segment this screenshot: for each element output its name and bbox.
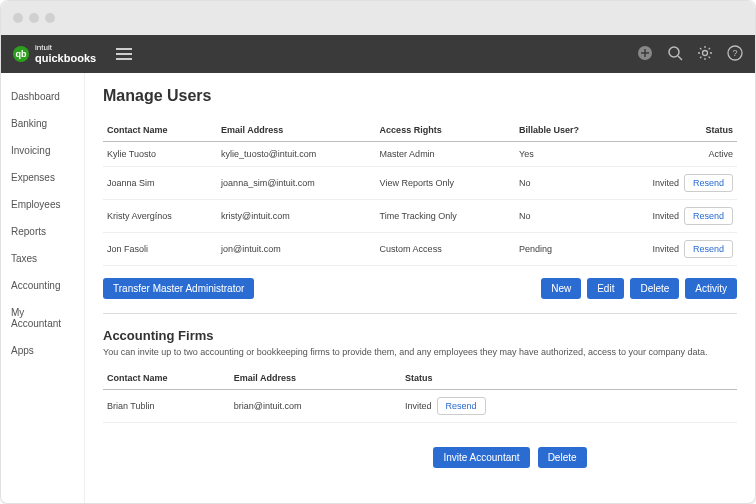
firm-col-email: Email Address [230,367,401,390]
table-row[interactable]: Joanna Simjoanna_sim@intuit.comView Repo… [103,167,737,200]
table-row[interactable]: Kristy Avergínoskristy@intuit.comTime Tr… [103,200,737,233]
cell-email: brian@intuit.com [230,390,401,423]
accounting-firms-title: Accounting Firms [103,328,737,343]
cell-email: joanna_sim@intuit.com [217,167,376,200]
delete-button[interactable]: Delete [630,278,679,299]
cell-billable: No [515,167,597,200]
main-content: Manage Users Contact Name Email Address … [85,73,755,503]
cell-billable: Pending [515,233,597,266]
cell-email: kristy@intuit.com [217,200,376,233]
help-icon[interactable]: ? [727,45,743,64]
resend-button[interactable]: Resend [684,174,733,192]
resend-button[interactable]: Resend [684,207,733,225]
gear-icon[interactable] [697,45,713,64]
window-dot [45,13,55,23]
cell-rights: Custom Access [376,233,515,266]
status-text: Invited [652,244,679,254]
cell-name: Joanna Sim [103,167,217,200]
brand-text: intuit quickbooks [35,44,96,64]
resend-button[interactable]: Resend [437,397,486,415]
sidebar-item-my-accountant[interactable]: My Accountant [1,299,84,337]
new-button[interactable]: New [541,278,581,299]
quickbooks-logo-icon: qb [13,46,29,62]
sidebar-item-dashboard[interactable]: Dashboard [1,83,84,110]
svg-point-1 [669,47,679,57]
firm-col-name: Contact Name [103,367,230,390]
cell-status: Invited Resend [597,200,737,233]
sidebar-item-reports[interactable]: Reports [1,218,84,245]
cell-status: Invited Resend [597,167,737,200]
cell-name: Kylie Tuosto [103,142,217,167]
col-billable: Billable User? [515,119,597,142]
firm-col-status: Status [401,367,737,390]
top-bar: qb intuit quickbooks ? [1,35,755,73]
col-access-rights: Access Rights [376,119,515,142]
sidebar-item-employees[interactable]: Employees [1,191,84,218]
cell-status: Active [597,142,737,167]
sidebar-item-apps[interactable]: Apps [1,337,84,364]
add-icon[interactable] [637,45,653,64]
accounting-firms-desc: You can invite up to two accounting or b… [103,347,737,357]
page-title: Manage Users [103,87,737,105]
col-contact-name: Contact Name [103,119,217,142]
invite-accountant-button[interactable]: Invite Accountant [433,447,529,468]
cell-billable: No [515,200,597,233]
cell-email: kylie_tuosto@intuit.com [217,142,376,167]
table-row[interactable]: Kylie Tuostokylie_tuosto@intuit.comMaste… [103,142,737,167]
status-text: Invited [652,178,679,188]
edit-button[interactable]: Edit [587,278,624,299]
col-email: Email Address [217,119,376,142]
svg-text:?: ? [732,48,737,58]
firms-table: Contact Name Email Address Status Brian … [103,367,737,423]
cell-status: Invited Resend [401,390,737,423]
activity-button[interactable]: Activity [685,278,737,299]
transfer-master-admin-button[interactable]: Transfer Master Administrator [103,278,254,299]
cell-status: Invited Resend [597,233,737,266]
sidebar-item-accounting[interactable]: Accounting [1,272,84,299]
svg-point-2 [703,50,708,55]
brand: qb intuit quickbooks [13,44,132,64]
cell-rights: View Reports Only [376,167,515,200]
table-row[interactable]: Jon Fasolijon@intuit.comCustom AccessPen… [103,233,737,266]
window-dot [29,13,39,23]
browser-chrome [1,1,755,35]
cell-name: Jon Fasoli [103,233,217,266]
cell-rights: Time Tracking Only [376,200,515,233]
sidebar-item-taxes[interactable]: Taxes [1,245,84,272]
delete-firm-button[interactable]: Delete [538,447,587,468]
hamburger-menu-icon[interactable] [116,48,132,60]
table-row[interactable]: Brian Tublinbrian@intuit.comInvited Rese… [103,390,737,423]
cell-email: jon@intuit.com [217,233,376,266]
status-text: Active [708,149,733,159]
sidebar-item-invoicing[interactable]: Invoicing [1,137,84,164]
resend-button[interactable]: Resend [684,240,733,258]
sidebar-item-banking[interactable]: Banking [1,110,84,137]
cell-rights: Master Admin [376,142,515,167]
sidebar-item-expenses[interactable]: Expenses [1,164,84,191]
users-table: Contact Name Email Address Access Rights… [103,119,737,266]
status-text: Invited [652,211,679,221]
window-dot [13,13,23,23]
cell-name: Kristy Avergínos [103,200,217,233]
col-status: Status [597,119,737,142]
status-text: Invited [405,401,432,411]
cell-billable: Yes [515,142,597,167]
sidebar: DashboardBankingInvoicingExpensesEmploye… [1,73,85,503]
search-icon[interactable] [667,45,683,64]
cell-name: Brian Tublin [103,390,230,423]
